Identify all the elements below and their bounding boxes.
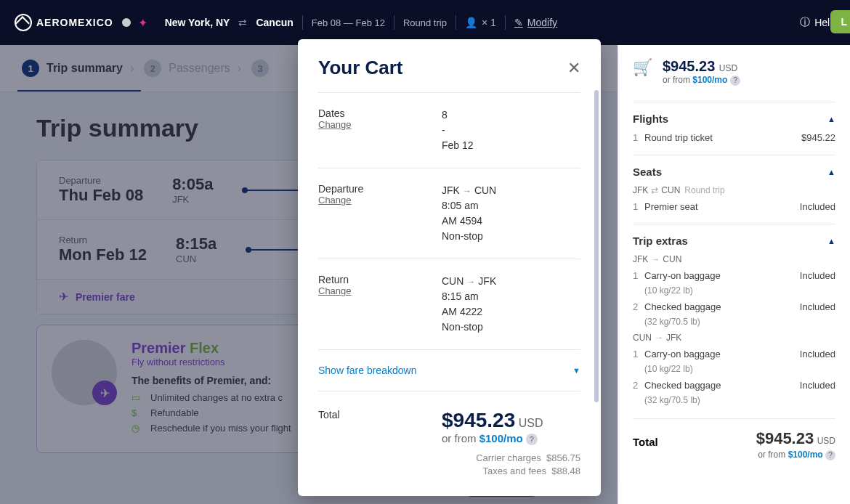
destination-city: Cancun [256, 17, 293, 28]
change-link[interactable]: Change [318, 195, 442, 206]
extras-header[interactable]: Trip extras▲ [633, 235, 835, 247]
top-bar: AEROMEXICO ✦ New York, NY ⇄ Cancun Feb 0… [0, 0, 850, 45]
baggage-weight: (32 kg/70.5 lb) [644, 395, 835, 405]
sidebar-total-row: Total $945.23 USD [633, 418, 835, 448]
baggage-line-item: 1Carry-on baggageIncluded [633, 349, 835, 359]
total-amount: $945.23 [756, 429, 814, 447]
caret-up-icon: ▲ [827, 115, 835, 123]
flights-header[interactable]: Flights▲ [633, 113, 835, 125]
arrow-right-icon: → [651, 254, 660, 264]
divider [318, 349, 580, 350]
trip-dates: Feb 08 — Feb 12 [312, 17, 385, 28]
divider [318, 391, 580, 391]
departure-time: 8:05 am [442, 198, 580, 214]
arrow-right-icon: → [466, 277, 475, 287]
info-icon[interactable]: ? [526, 434, 538, 445]
sidebar-extras-section: Trip extras▲ JFK→CUN 1Carry-on baggageIn… [633, 224, 835, 418]
brand-logo[interactable]: AEROMEXICO ✦ [15, 14, 147, 31]
seats-header[interactable]: Seats▲ [633, 166, 835, 178]
route-type: Round trip [684, 185, 724, 195]
trip-type: Round trip [403, 17, 447, 28]
seats-line-item: 1 Premier seat Included [633, 201, 835, 212]
departure-flight-number: AM 4594 [442, 214, 580, 229]
login-button[interactable]: L [830, 10, 850, 33]
change-link[interactable]: Change [318, 119, 442, 130]
arrow-right-icon: → [655, 333, 663, 343]
price-currency: USD [719, 63, 737, 73]
caret-up-icon: ▲ [827, 237, 835, 245]
sidebar-flights-section: Flights▲ 1 Round trip ticket $945.22 [633, 102, 835, 155]
divider [505, 15, 506, 30]
val: $945.22 [801, 132, 835, 143]
caret-up-icon: ▲ [827, 168, 835, 176]
total-key: Total [318, 409, 442, 420]
sidebar-total-orfrom: or from $100/mo ? [633, 450, 835, 460]
qty: 1 [633, 132, 644, 143]
fare-breakdown-toggle[interactable]: Show fare breakdown ▼ [318, 360, 580, 381]
ribbon-icon: ✦ [138, 16, 147, 30]
pencil-icon: ✎ [514, 17, 523, 28]
carrier-charges-label: Carrier charges [476, 452, 541, 463]
modify-label: Modify [527, 17, 557, 28]
seats-route: JFK⇄CUNRound trip [633, 185, 835, 195]
modify-link[interactable]: ✎ Modify [514, 17, 557, 28]
qty: 1 [633, 349, 644, 359]
modal-title: Your Cart [318, 57, 403, 79]
swap-icon[interactable]: ⇄ [238, 17, 247, 28]
route-to: CUN [661, 185, 680, 195]
modal-or-from: or from $100/mo? [442, 432, 580, 445]
close-icon[interactable]: ✕ [567, 59, 580, 78]
route-from: JFK [633, 185, 648, 195]
change-link[interactable]: Change [318, 285, 442, 296]
dates-line3: Feb 12 [442, 138, 580, 153]
sidebar-or-from: or from $100/mo? [663, 75, 740, 86]
desc: Checked baggage [644, 301, 800, 312]
passenger-count: 👤 × 1 [465, 17, 496, 28]
caret-down-icon: ▼ [572, 366, 580, 375]
qty: 1 [633, 270, 644, 281]
modal-departure-row: Departure Change JFK→CUN 8:05 am AM 4594… [318, 179, 580, 248]
orfrom-amount: $100/mo [692, 75, 727, 85]
pax-number: × 1 [482, 17, 496, 28]
info-icon[interactable]: ? [730, 76, 740, 86]
info-icon[interactable]: ? [825, 450, 835, 460]
help-icon: ⓘ [800, 16, 810, 29]
divider [318, 92, 580, 93]
val: Included [800, 380, 835, 391]
baggage-weight: (10 kg/22 lb) [644, 285, 835, 296]
route-from: JFK [633, 254, 648, 264]
origin-city: New York, NY [165, 17, 230, 28]
taxes-label: Taxes and fees [483, 466, 546, 476]
partner-icon [122, 18, 131, 27]
flights-line-item: 1 Round trip ticket $945.22 [633, 132, 835, 143]
carrier-charges-amount: $856.75 [546, 452, 580, 463]
val: Included [800, 301, 835, 312]
val: Included [800, 270, 835, 281]
leg1-route: JFK→CUN [633, 254, 835, 264]
return-route: CUN→JFK [442, 274, 580, 289]
route-to: JFK [666, 333, 681, 343]
desc: Carry-on baggage [644, 349, 800, 359]
logo-icon [15, 14, 32, 31]
leg2-route: CUN→JFK [633, 333, 835, 343]
brand-text: AEROMEXICO [36, 17, 113, 28]
route-from: CUN [442, 275, 464, 287]
taxes-amount: $88.48 [551, 466, 580, 476]
orfrom-prefix: or from [663, 75, 692, 85]
modal-total-row: Total $945.23 USD or from $100/mo? [318, 402, 580, 445]
total-label: Total [633, 436, 658, 448]
route-to: CUN [474, 184, 496, 196]
return-flight-number: AM 4222 [442, 304, 580, 320]
cart-modal: Your Cart ✕ Dates Change 8 - Feb 12 Depa… [298, 39, 601, 496]
divider [318, 259, 580, 259]
dates-key: Dates [318, 107, 442, 119]
scrollbar[interactable] [594, 90, 599, 402]
divider [318, 168, 580, 168]
orfrom-amount: $100/mo [788, 450, 823, 460]
price-amount: $945.23 [663, 58, 715, 74]
baggage-weight: (32 kg/70.5 lb) [644, 317, 835, 327]
desc: Premier seat [644, 201, 800, 212]
route-from: CUN [633, 333, 652, 343]
cart-icon[interactable]: 🛒 [633, 58, 652, 77]
divider [394, 15, 394, 30]
